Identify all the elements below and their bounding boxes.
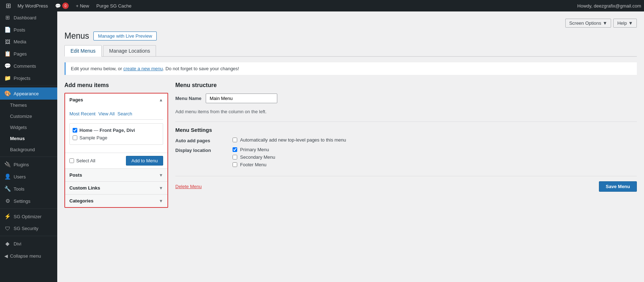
pages-icon: 📋 [4, 51, 11, 57]
menu-name-row: Menu Name [175, 94, 637, 103]
accordion-custom-links-title[interactable]: Custom Links ▼ [65, 182, 167, 194]
tab-manage-locations[interactable]: Manage Locations [103, 45, 156, 56]
display-location-label: Display location [175, 147, 225, 167]
auto-add-controls: Automatically add new top-level pages to… [233, 137, 346, 143]
menu-structure-panel: Menu structure Menu Name Add menu items … [175, 82, 637, 192]
menu-hint: Add menu items from the column on the le… [175, 109, 637, 114]
select-all-checkbox[interactable] [69, 158, 74, 163]
accordion-posts-label: Posts [69, 172, 82, 178]
sidebar-item-pages[interactable]: 📋Pages [0, 48, 57, 60]
sidebar-item-menus[interactable]: Menus [0, 133, 57, 144]
sidebar-item-plugins[interactable]: 🔌Plugins [0, 158, 57, 171]
sidebar-label: Comments [14, 63, 36, 69]
wp-logo-icon[interactable]: ⊞ [3, 2, 14, 10]
sidebar-item-posts[interactable]: 📄Posts [0, 24, 57, 36]
page-checkbox-sample[interactable] [73, 135, 77, 140]
comments-icon: 💬 [4, 63, 11, 69]
live-preview-button[interactable]: Manage with Live Preview [93, 32, 157, 40]
footer-menu-text: Footer Menu [240, 162, 267, 167]
accordion-custom-links-chevron: ▼ [159, 186, 163, 191]
sidebar-item-comments[interactable]: 💬Comments [0, 60, 57, 72]
sidebar-item-tools[interactable]: 🔧Tools [0, 183, 57, 195]
save-menu-button[interactable]: Save Menu [599, 181, 637, 192]
collapse-label: Collapse menu [10, 253, 41, 259]
add-menu-items-panel: Add menu items Pages ▲ Most Rece [64, 82, 168, 208]
accordion-pages: Pages ▲ Most Recent View All Search [65, 94, 167, 169]
notice-bar: Edit your menu below, or create a new me… [64, 62, 637, 75]
sidebar-item-projects[interactable]: 📁Projects [0, 72, 57, 84]
sidebar-item-dashboard[interactable]: ⊞Dashboard [0, 11, 57, 24]
collapse-menu[interactable]: ◀ Collapse menu [0, 250, 57, 262]
sidebar-item-media[interactable]: 🖼Media [0, 36, 57, 48]
sidebar-item-sg-optimizer[interactable]: ⚡SG Optimizer [0, 210, 57, 223]
settings-icon: ⚙ [4, 198, 11, 204]
tab-search[interactable]: Search [117, 110, 135, 117]
sidebar-item-customize[interactable]: Customize [0, 111, 57, 122]
sidebar-item-divi[interactable]: ◆Divi [0, 238, 57, 250]
sidebar-item-appearance[interactable]: 🎨Appearance [0, 87, 57, 100]
comment-count: 0 [62, 3, 69, 9]
sidebar-item-settings[interactable]: ⚙Settings [0, 195, 57, 207]
sidebar: ⊞Dashboard 📄Posts 🖼Media 📋Pages 💬Comment… [0, 11, 57, 282]
comment-icon: 💬 [55, 3, 61, 9]
delete-menu-link[interactable]: Delete Menu [175, 184, 202, 189]
add-to-menu-button[interactable]: Add to Menu [126, 156, 163, 166]
sidebar-item-widgets[interactable]: Widgets [0, 122, 57, 133]
users-icon: 👤 [4, 173, 11, 180]
sidebar-label: Divi [14, 241, 21, 247]
accordion-categories-chevron: ▼ [159, 199, 163, 204]
primary-menu-checkbox[interactable] [233, 147, 237, 152]
page-checkbox-home[interactable] [73, 128, 77, 133]
notice-text-before: Edit your menu below, or [71, 66, 123, 71]
accordion-custom-links: Custom Links ▼ [65, 182, 167, 195]
new-content-link[interactable]: + New [72, 0, 93, 11]
sidebar-item-users[interactable]: 👤Users [0, 171, 57, 183]
footer-menu-label[interactable]: Footer Menu [233, 162, 275, 167]
screen-options-button[interactable]: Screen Options ▼ [565, 19, 611, 28]
sidebar-item-background[interactable]: Background [0, 144, 57, 155]
menu-structure-heading: Menu structure [175, 82, 637, 89]
site-name-link[interactable]: My WordPress [14, 0, 52, 11]
footer-menu-checkbox[interactable] [233, 162, 237, 167]
auto-add-checkbox-label[interactable]: Automatically add new top-level pages to… [233, 137, 346, 143]
secondary-menu-label[interactable]: Secondary Menu [233, 154, 275, 160]
dashboard-icon: ⊞ [4, 14, 11, 21]
sidebar-label: Projects [14, 76, 30, 81]
sidebar-item-sg-security[interactable]: 🛡SG Security [0, 223, 57, 234]
menu-name-input[interactable] [206, 94, 277, 103]
accordion-categories-title[interactable]: Categories ▼ [65, 195, 167, 207]
help-label: Help [617, 20, 627, 26]
menu-name-label: Menu Name [175, 96, 201, 101]
sidebar-item-themes[interactable]: Themes [0, 100, 57, 111]
auto-add-row: Auto add pages Automatically add new top… [175, 137, 637, 143]
comments-link[interactable]: 💬 0 [52, 0, 72, 11]
primary-menu-label[interactable]: Primary Menu [233, 147, 275, 152]
purge-cache-link[interactable]: Purge SG Cache [93, 0, 135, 11]
sidebar-label: Posts [14, 27, 25, 33]
tab-view-all[interactable]: View All [98, 110, 117, 117]
accordion-pages-chevron: ▲ [159, 97, 163, 102]
secondary-menu-checkbox[interactable] [233, 155, 237, 159]
pages-checkbox-list: Home — Front Page, Divi Sample Page [69, 123, 163, 145]
accordion-pages-content: Most Recent View All Search Home — Front… [65, 106, 167, 153]
accordion-categories-label: Categories [69, 198, 93, 204]
accordion-posts-title[interactable]: Posts ▼ [65, 169, 167, 181]
accordion-pages-title[interactable]: Pages ▲ [65, 94, 167, 106]
pages-tab-bar: Most Recent View All Search [69, 110, 163, 120]
select-all-label[interactable]: Select All [69, 158, 95, 163]
page-label-home: Home — Front Page, Divi [79, 128, 135, 133]
tab-edit-menus[interactable]: Edit Menus [64, 45, 102, 57]
sidebar-label: Appearance [14, 91, 39, 96]
help-button[interactable]: Help ▼ [613, 19, 637, 28]
select-all-text: Select All [76, 158, 95, 163]
create-new-menu-link[interactable]: create a new menu [123, 66, 163, 71]
tab-bar: Edit Menus Manage Locations [64, 45, 637, 57]
display-location-row: Display location Primary Menu Secondary … [175, 147, 637, 167]
menu-footer: Delete Menu Save Menu [175, 176, 637, 192]
page-item-home[interactable]: Home — Front Page, Divi [73, 126, 160, 134]
auto-add-checkbox[interactable] [233, 138, 237, 142]
page-item-sample[interactable]: Sample Page [73, 134, 160, 142]
admin-bar: ⊞ My WordPress 💬 0 + New Purge SG Cache … [0, 0, 644, 11]
auto-add-label: Auto add pages [175, 137, 225, 143]
tab-most-recent[interactable]: Most Recent [69, 110, 98, 117]
